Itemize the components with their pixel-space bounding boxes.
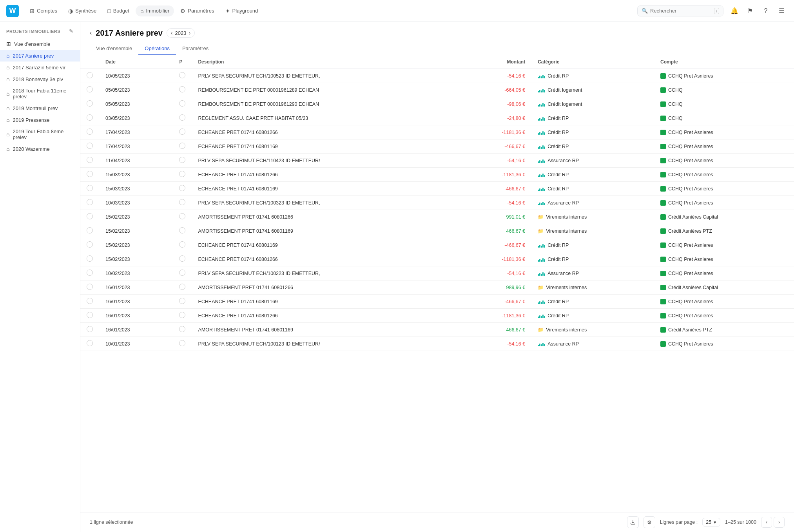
prev-page-button[interactable]: ‹ bbox=[761, 517, 772, 528]
priority-button[interactable] bbox=[179, 326, 185, 332]
row-priority[interactable] bbox=[173, 337, 192, 351]
radio-button[interactable] bbox=[87, 326, 93, 332]
radio-button[interactable] bbox=[87, 227, 93, 233]
radio-button[interactable] bbox=[87, 157, 93, 163]
sidebar-item-2019-montreuil[interactable]: ⌂ 2019 Montreuil prev bbox=[0, 102, 80, 114]
table-row[interactable]: 05/05/2023REMBOURSEMENT DE PRET 00001961… bbox=[80, 83, 794, 97]
table-row[interactable]: 16/01/2023ECHEANCE PRET 01741 60801169-4… bbox=[80, 295, 794, 309]
row-select-cell[interactable] bbox=[80, 196, 99, 210]
notifications-button[interactable]: 🔔 bbox=[728, 5, 741, 17]
nav-immobilier[interactable]: ⌂ Immobilier bbox=[136, 5, 174, 16]
radio-button[interactable] bbox=[87, 185, 93, 191]
row-priority[interactable] bbox=[173, 252, 192, 266]
radio-button[interactable] bbox=[87, 100, 93, 107]
row-priority[interactable] bbox=[173, 238, 192, 252]
sidebar-item-2018-bonnevay[interactable]: ⌂ 2018 Bonnevay 3e plv bbox=[0, 73, 80, 85]
radio-button[interactable] bbox=[87, 241, 93, 248]
table-row[interactable]: 15/02/2023AMORTISSEMENT PRET 01741 60801… bbox=[80, 210, 794, 224]
row-select-cell[interactable] bbox=[80, 323, 99, 337]
radio-button[interactable] bbox=[87, 199, 93, 205]
row-priority[interactable] bbox=[173, 154, 192, 168]
table-row[interactable]: 10/05/2023PRLV SEPA SECURIMUT ECH/100523… bbox=[80, 69, 794, 83]
row-priority[interactable] bbox=[173, 266, 192, 280]
table-row[interactable]: 10/03/2023PRLV SEPA SECURIMUT ECH/100323… bbox=[80, 196, 794, 210]
next-year-button[interactable]: › bbox=[189, 30, 190, 36]
row-select-cell[interactable] bbox=[80, 280, 99, 295]
priority-button[interactable] bbox=[179, 114, 185, 121]
table-row[interactable]: 16/01/2023ECHEANCE PRET 01741 60801266-1… bbox=[80, 309, 794, 323]
row-select-cell[interactable] bbox=[80, 83, 99, 97]
priority-button[interactable] bbox=[179, 284, 185, 290]
export-button[interactable] bbox=[627, 516, 639, 528]
row-select-cell[interactable] bbox=[80, 111, 99, 125]
priority-button[interactable] bbox=[179, 298, 185, 304]
sidebar-item-2018-tour-fabia[interactable]: ⌂ 2018 Tour Fabia 11eme prelev bbox=[0, 85, 80, 102]
table-row[interactable]: 05/05/2023REMBOURSEMENT DE PRET 00001961… bbox=[80, 97, 794, 111]
priority-button[interactable] bbox=[179, 72, 185, 78]
prev-year-button[interactable]: ‹ bbox=[171, 30, 173, 36]
row-select-cell[interactable] bbox=[80, 337, 99, 351]
row-select-cell[interactable] bbox=[80, 210, 99, 224]
settings-button[interactable]: ⚙ bbox=[644, 516, 655, 528]
next-page-button[interactable]: › bbox=[774, 517, 785, 528]
sidebar-item-vue-ensemble[interactable]: ⊞ Vue d'ensemble bbox=[0, 38, 80, 50]
radio-button[interactable] bbox=[87, 128, 93, 135]
table-row[interactable]: 16/01/2023AMORTISSEMENT PRET 01741 60801… bbox=[80, 323, 794, 337]
row-priority[interactable] bbox=[173, 83, 192, 97]
table-row[interactable]: 10/01/2023PRLV SEPA SECURIMUT ECH/100123… bbox=[80, 337, 794, 351]
tab-parametres[interactable]: Paramètres bbox=[176, 42, 215, 55]
table-row[interactable]: 16/01/2023AMORTISSEMENT PRET 01741 60801… bbox=[80, 280, 794, 295]
nav-playground[interactable]: ✦ Playground bbox=[221, 5, 263, 16]
per-page-select[interactable]: 25 ▼ bbox=[702, 518, 720, 527]
nav-parametres[interactable]: ⚙ Paramètres bbox=[176, 5, 219, 16]
help-button[interactable]: ? bbox=[760, 5, 772, 17]
row-priority[interactable] bbox=[173, 210, 192, 224]
row-select-cell[interactable] bbox=[80, 252, 99, 266]
row-priority[interactable] bbox=[173, 196, 192, 210]
row-priority[interactable] bbox=[173, 111, 192, 125]
row-select-cell[interactable] bbox=[80, 224, 99, 238]
priority-button[interactable] bbox=[179, 143, 185, 149]
row-priority[interactable] bbox=[173, 280, 192, 295]
row-select-cell[interactable] bbox=[80, 125, 99, 139]
priority-button[interactable] bbox=[179, 128, 185, 135]
nav-budget[interactable]: □ Budget bbox=[103, 5, 134, 16]
row-select-cell[interactable] bbox=[80, 139, 99, 154]
radio-button[interactable] bbox=[87, 72, 93, 78]
sidebar-item-2017-asniere[interactable]: ⌂ 2017 Asniere prev bbox=[0, 50, 80, 62]
row-select-cell[interactable] bbox=[80, 309, 99, 323]
search-box[interactable]: 🔍 / bbox=[637, 5, 723, 16]
radio-button[interactable] bbox=[87, 340, 93, 346]
radio-button[interactable] bbox=[87, 213, 93, 219]
priority-button[interactable] bbox=[179, 157, 185, 163]
table-row[interactable]: 11/04/2023PRLV SEPA SECURIMUT ECH/110423… bbox=[80, 154, 794, 168]
priority-button[interactable] bbox=[179, 241, 185, 248]
tab-vue-ensemble[interactable]: Vue d'ensemble bbox=[90, 42, 138, 55]
table-row[interactable]: 03/05/2023REGLEMENT ASSU. CAAE PRET HABI… bbox=[80, 111, 794, 125]
table-row[interactable]: 15/02/2023AMORTISSEMENT PRET 01741 60801… bbox=[80, 224, 794, 238]
row-priority[interactable] bbox=[173, 323, 192, 337]
row-select-cell[interactable] bbox=[80, 154, 99, 168]
tab-operations[interactable]: Opérations bbox=[138, 42, 176, 55]
row-priority[interactable] bbox=[173, 125, 192, 139]
priority-button[interactable] bbox=[179, 213, 185, 219]
table-row[interactable]: 10/02/2023PRLV SEPA SECURIMUT ECH/100223… bbox=[80, 266, 794, 280]
edit-icon[interactable]: ✎ bbox=[69, 28, 74, 34]
sidebar-item-2019-pressense[interactable]: ⌂ 2019 Pressense bbox=[0, 114, 80, 126]
table-row[interactable]: 15/03/2023ECHEANCE PRET 01741 60801169-4… bbox=[80, 182, 794, 196]
sidebar-item-2019-tour-fabia-8[interactable]: ⌂ 2019 Tour Fabia 8eme prelev bbox=[0, 126, 80, 143]
priority-button[interactable] bbox=[179, 270, 185, 276]
row-priority[interactable] bbox=[173, 139, 192, 154]
priority-button[interactable] bbox=[179, 312, 185, 318]
radio-button[interactable] bbox=[87, 298, 93, 304]
row-priority[interactable] bbox=[173, 69, 192, 83]
sidebar-item-2020-wazemme[interactable]: ⌂ 2020 Wazemme bbox=[0, 143, 80, 155]
back-button[interactable]: ‹ bbox=[90, 29, 92, 36]
nav-synthese[interactable]: ◑ Synthèse bbox=[63, 5, 101, 16]
nav-comptes[interactable]: ⊞ Comptes bbox=[25, 5, 62, 16]
priority-button[interactable] bbox=[179, 199, 185, 205]
row-select-cell[interactable] bbox=[80, 266, 99, 280]
row-priority[interactable] bbox=[173, 97, 192, 111]
priority-button[interactable] bbox=[179, 100, 185, 107]
radio-button[interactable] bbox=[87, 312, 93, 318]
